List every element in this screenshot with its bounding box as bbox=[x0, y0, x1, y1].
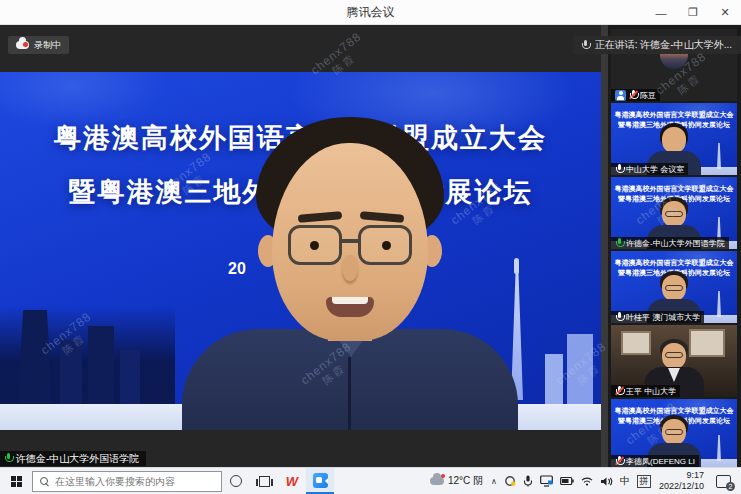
participant-thumbnail[interactable]: 粤港澳高校外国语言文学联盟成立大会 暨粤港澳三地外语学科协同发展论坛 李德凤(D… bbox=[611, 399, 737, 467]
participant-name: 王平 中山大学 bbox=[626, 386, 676, 397]
speaking-mic-icon bbox=[582, 40, 590, 51]
mini-banner-line1: 粤港澳高校外国语言文学联盟成立大会 bbox=[611, 258, 737, 268]
panel-divider[interactable] bbox=[601, 25, 608, 467]
tencent-meeting-window: 腾讯会议 — ❐ ✕ 录制中 正在讲话: 许德金-中山大学外... 粤港澳高校外… bbox=[0, 0, 741, 494]
mini-tower-silhouette bbox=[717, 143, 721, 169]
mic-muted-icon bbox=[615, 386, 623, 397]
cortana-button[interactable] bbox=[222, 468, 250, 494]
presenter-name-text: 许德金-中山大学外国语学院 bbox=[16, 452, 139, 466]
presenter-person bbox=[200, 117, 500, 430]
participant-thumbnail[interactable]: 粤港澳高校外国语言文学联盟成立大会 暨粤港澳三地外语学科协同发展论坛 中山大学 … bbox=[611, 103, 737, 175]
notification-count-badge: 2 bbox=[726, 482, 735, 491]
presenter-eye bbox=[310, 241, 319, 250]
windows-logo-icon bbox=[11, 476, 22, 487]
maximize-button[interactable]: ❐ bbox=[677, 0, 709, 25]
taskbar-clock[interactable]: 9:17 2022/12/10 bbox=[659, 470, 704, 492]
participant-name: 许德金-中山大学外国语学院 bbox=[626, 238, 725, 249]
mic-on-icon bbox=[4, 453, 12, 464]
building-silhouette bbox=[18, 310, 52, 404]
main-video-stage[interactable]: 粤港澳高校外国语言文学联盟成立大会 暨粤港澳三地外语学科协同发展论坛 20 bbox=[0, 25, 601, 467]
building-silhouette bbox=[567, 334, 593, 406]
task-view-icon bbox=[259, 476, 270, 487]
presenter-eye bbox=[382, 241, 391, 250]
ime-language-indicator[interactable]: 中 bbox=[620, 474, 630, 488]
cloud-recording-icon bbox=[16, 41, 29, 49]
canton-tower-top bbox=[514, 258, 519, 274]
clock-time: 9:17 bbox=[659, 470, 704, 481]
windows-taskbar: W 12°C 阴 ∧ 中 拼 9:17 2022/12/10 bbox=[0, 467, 741, 494]
presenter-video[interactable]: 粤港澳高校外国语言文学联盟成立大会 暨粤港澳三地外语学科协同发展论坛 20 bbox=[0, 72, 601, 430]
cortana-icon bbox=[230, 475, 242, 487]
tray-chevron-icon[interactable]: ∧ bbox=[491, 477, 497, 486]
participant-label: 李德凤(DEFENG LI bbox=[611, 455, 699, 467]
weather-widget[interactable]: 12°C 阴 bbox=[430, 474, 483, 488]
app-tray-icon[interactable] bbox=[504, 475, 516, 487]
window-controls: — ❐ ✕ bbox=[645, 0, 741, 25]
participants-sidebar: 陈豆 粤港澳高校外国语言文学联盟成立大会 暨粤港澳三地外语学科协同发展论坛 中山… bbox=[608, 25, 741, 467]
action-center-button[interactable]: 2 bbox=[716, 475, 731, 488]
participant-thumbnail[interactable]: 王平 中山大学 bbox=[611, 325, 737, 397]
presenter-name-label: 许德金-中山大学外国语学院 bbox=[0, 451, 146, 466]
meeting-content: 录制中 正在讲话: 许德金-中山大学外... 粤港澳高校外国语言文学联盟成立大会… bbox=[0, 25, 741, 467]
search-icon bbox=[40, 477, 49, 486]
participant-label: 陈豆 bbox=[611, 89, 660, 101]
participant-label: 王平 中山大学 bbox=[611, 385, 680, 397]
recording-badge[interactable]: 录制中 bbox=[8, 36, 69, 54]
task-view-button[interactable] bbox=[250, 468, 278, 494]
title-bar[interactable]: 腾讯会议 — ❐ ✕ bbox=[0, 0, 741, 25]
mini-tower-silhouette bbox=[717, 435, 721, 461]
search-input[interactable] bbox=[55, 476, 214, 487]
close-button[interactable]: ✕ bbox=[709, 0, 741, 25]
mic-muted-icon bbox=[615, 456, 623, 467]
speaking-toast-text: 正在讲话: 许德金-中山大学外... bbox=[595, 38, 732, 52]
mic-muted-icon bbox=[629, 90, 637, 101]
taskbar-right: 12°C 阴 ∧ 中 拼 9:17 2022/12/10 2 bbox=[430, 470, 741, 492]
presenter-nose bbox=[342, 255, 358, 281]
participant-name: 陈豆 bbox=[640, 90, 656, 101]
battery-tray-icon[interactable] bbox=[560, 476, 574, 486]
glasses-bridge bbox=[340, 239, 360, 243]
weather-text: 12°C 阴 bbox=[448, 474, 483, 488]
minimize-button[interactable]: — bbox=[645, 0, 677, 25]
building-silhouette bbox=[88, 326, 114, 404]
ime-mode-indicator[interactable]: 拼 bbox=[637, 475, 651, 488]
building-silhouette bbox=[120, 350, 140, 404]
participant-thumbnail[interactable]: 粤港澳高校外国语言文学联盟成立大会 暨粤港澳三地外语学科协同发展论坛 许德金-中… bbox=[611, 177, 737, 249]
microphone-tray-icon[interactable] bbox=[523, 475, 533, 487]
mic-on-icon bbox=[615, 312, 623, 323]
display-tray-icon[interactable] bbox=[540, 475, 553, 487]
speaking-toast: 正在讲话: 许德金-中山大学外... bbox=[573, 36, 741, 54]
network-tray-icon[interactable] bbox=[581, 476, 593, 486]
clock-date: 2022/12/10 bbox=[659, 481, 704, 492]
wps-icon: W bbox=[286, 474, 298, 489]
participant-name: 中山大学 会议室 bbox=[626, 164, 684, 175]
taskbar-search[interactable] bbox=[32, 471, 222, 492]
mic-on-icon bbox=[615, 164, 623, 175]
weather-cloud-icon bbox=[430, 477, 444, 485]
participant-label: 中山大学 会议室 bbox=[611, 163, 688, 175]
presenter-teeth bbox=[332, 297, 368, 304]
person-badge-icon bbox=[615, 90, 626, 101]
participant-thumbnail[interactable]: 粤港澳高校外国语言文学联盟成立大会 暨粤港澳三地外语学科协同发展论坛 叶桂平 澳… bbox=[611, 251, 737, 323]
recording-label: 录制中 bbox=[34, 39, 61, 52]
participant-label: 叶桂平 澳门城市大学 bbox=[611, 311, 704, 323]
building-silhouette bbox=[60, 340, 82, 404]
mini-tower-silhouette bbox=[717, 291, 721, 317]
start-button[interactable] bbox=[0, 468, 32, 494]
participant-name: 叶桂平 澳门城市大学 bbox=[626, 312, 700, 323]
building-silhouette bbox=[545, 354, 563, 406]
participant-label: 许德金-中山大学外国语学院 bbox=[611, 237, 729, 249]
speaker-tray-icon[interactable] bbox=[600, 476, 613, 487]
presenter-jacket-zip bbox=[348, 357, 351, 430]
system-tray: ∧ 中 拼 bbox=[491, 474, 651, 488]
participant-name: 李德凤(DEFENG LI bbox=[626, 456, 695, 467]
window-title: 腾讯会议 bbox=[0, 4, 741, 21]
tencent-meeting-taskbar-button[interactable] bbox=[306, 468, 334, 494]
presenter-mouth bbox=[326, 297, 374, 317]
wps-button[interactable]: W bbox=[278, 468, 306, 494]
mic-speaking-icon bbox=[615, 238, 623, 249]
tencent-meeting-icon bbox=[313, 473, 328, 488]
mini-banner-line1: 粤港澳高校外国语言文学联盟成立大会 bbox=[611, 110, 737, 120]
mini-banner-line1: 粤港澳高校外国语言文学联盟成立大会 bbox=[611, 184, 737, 194]
